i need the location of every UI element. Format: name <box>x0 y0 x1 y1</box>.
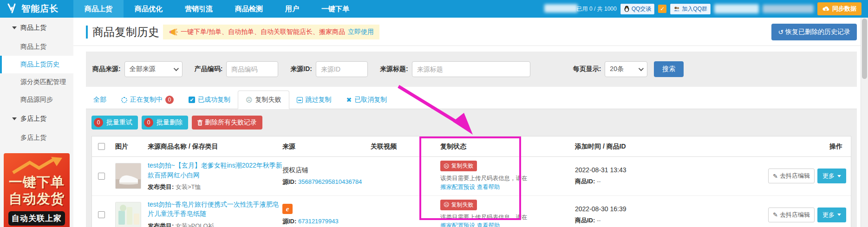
page-size-select[interactable]: 20条 <box>605 61 647 77</box>
retry-count-badge: 0 <box>94 118 103 127</box>
edit-label: 去抖店编辑 <box>780 172 810 180</box>
product-code-input[interactable] <box>226 61 278 77</box>
sad-face-icon: ☹ <box>444 201 450 208</box>
row-checkbox[interactable] <box>98 173 105 180</box>
source-id-link[interactable]: 673121979943 <box>298 218 339 225</box>
delete-all-failed-button[interactable]: 删除所有失败记录 <box>192 116 262 130</box>
promo-banner[interactable]: 一键下单 自动发货 自动关联上家 立即使用 <box>4 153 70 227</box>
filter-bar: 商品来源: 全部来源 产品编码: 来源ID: 来源标题: 每页显示: 20条 搜… <box>86 52 857 87</box>
source-select[interactable]: 全部来源 <box>124 61 183 77</box>
qq-group-badge[interactable]: 加入QQ群 <box>670 4 711 14</box>
sidebar-group-label: 商品上货 <box>20 24 46 32</box>
view-help-link[interactable]: 查看帮助 <box>476 222 500 227</box>
source-label: 商品来源: <box>92 65 121 73</box>
tab-label: 跳过复制 <box>306 96 332 104</box>
image-cell <box>115 198 148 227</box>
sidebar-item-upload-history[interactable]: 商品上货历史 <box>0 56 73 73</box>
tab-success[interactable]: ✔ 已成功复制 <box>181 91 238 109</box>
sidebar-group-goods-upload[interactable]: 商品上货 <box>0 18 73 38</box>
tab-cancelled[interactable]: ✖ 已取消复制 <box>339 91 395 109</box>
edit-in-douyin-button[interactable]: ✎ 去抖店编辑 <box>768 169 815 183</box>
redacted-blur <box>544 4 578 13</box>
restore-label: 恢复已删除的历史记录 <box>785 28 850 36</box>
migrate-config-link[interactable]: 搬家配置预设 <box>440 184 475 190</box>
source-title-input[interactable] <box>412 61 530 77</box>
restore-deleted-history-button[interactable]: ↺ 恢复已删除的历史记录 <box>771 24 857 40</box>
source-id-input[interactable] <box>316 61 368 77</box>
select-all-cell <box>92 139 115 154</box>
edit-label: 去抖店编辑 <box>780 211 810 219</box>
source-title-label: 来源标题: <box>380 65 408 73</box>
more-button[interactable]: 更多 <box>817 208 846 222</box>
nav-item-goods-optimize[interactable]: 商品优化 <box>124 0 174 18</box>
qq-chat-label: QQ交谈 <box>632 5 652 13</box>
product-id-line: 商品ID: -- <box>575 177 686 186</box>
delete-all-failed-label: 删除所有失败记录 <box>205 118 257 127</box>
caret-down-icon <box>837 175 841 177</box>
search-button[interactable]: 搜索 <box>654 61 684 77</box>
sidebar-item-category-mapping[interactable]: 源分类匹配管理 <box>0 73 73 91</box>
source-id-label: 源ID: <box>282 178 296 185</box>
header-related-video: 关联视频 <box>371 139 440 155</box>
promo-line2: 自动发货 <box>4 190 70 207</box>
copy-failed-badge[interactable]: ☹ 复制失败 <box>440 161 477 171</box>
tab-failed[interactable]: ☹ 复制失败 <box>238 91 289 109</box>
nav-item-one-click-order[interactable]: 一键下单 <box>310 0 360 18</box>
copy-failed-label: 复制失败 <box>451 201 474 209</box>
verified-check-icon: ✓ <box>658 5 666 13</box>
time-cell: 2022-08-31 13:43 商品ID: -- <box>575 162 691 189</box>
group-people-icon <box>673 6 680 12</box>
related-video-cell <box>371 172 440 180</box>
product-id-value: -- <box>597 178 601 185</box>
more-button[interactable]: 更多 <box>817 169 846 183</box>
copy-failed-badge[interactable]: ☹ 复制失败 <box>440 200 477 210</box>
product-title-link[interactable]: test勿拍~香皂片旅行便携式一次性洗手液肥皂片儿童洗手香皂纸随 <box>148 200 282 219</box>
tab-copying[interactable]: 正在复制中 0 <box>114 91 181 109</box>
filter-source: 商品来源: 全部来源 <box>92 61 183 77</box>
tab-skipped[interactable]: 跳过复制 <box>289 91 339 109</box>
qq-chat-badge[interactable]: QQ交谈 <box>620 4 655 14</box>
app-logo: 智能店长 <box>0 0 73 18</box>
nav-item-goods-check[interactable]: 商品检测 <box>224 0 274 18</box>
tab-all[interactable]: 全部 <box>86 91 114 109</box>
batch-retry-button[interactable]: 0 批量重试 <box>91 116 138 130</box>
title-cell: test勿拍~【玄月】老爹女鞋ins潮2022年秋季新款百搭网红小白网 发布类目… <box>148 157 282 195</box>
migrate-config-link[interactable]: 搬家配置预设 <box>440 222 475 227</box>
view-help-link[interactable]: 查看帮助 <box>476 184 500 190</box>
promo-line3: 自动关联上家 <box>8 211 65 226</box>
page-title: 商品复制历史 <box>86 26 159 39</box>
sidebar-item-multi-store-upload[interactable]: 多店上货 <box>0 129 73 147</box>
batch-delete-button[interactable]: 0 批量删除 <box>142 116 188 130</box>
status-message-text: 该类目需要上传尺码表信息，请在 <box>440 175 528 182</box>
sidebar-group-multi-store[interactable]: 多店上货 <box>0 109 73 129</box>
header-image: 图片 <box>115 139 148 155</box>
source-id-link[interactable]: 3568796295810436784 <box>298 178 362 185</box>
nav-item-user[interactable]: 用户 <box>274 0 310 18</box>
notice-use-now-link[interactable]: 立即使用 <box>348 28 374 36</box>
nav-item-goods-upload[interactable]: 商品上货 <box>73 0 124 18</box>
product-id-value: -- <box>597 217 601 224</box>
source-selected-value: 全部来源 <box>130 65 156 73</box>
filter-product-code: 产品编码: <box>195 61 279 77</box>
tab-label: 复制失败 <box>255 96 281 104</box>
scrollbar-thumb[interactable] <box>862 19 867 79</box>
source-id-label: 来源ID: <box>290 65 312 73</box>
qq-penguin-icon <box>624 6 630 12</box>
history-table: 图片 来源商品名称 / 保存类目 来源 关联视频 复制状态 添加时间 / 商品I… <box>91 136 851 227</box>
chevron-down-icon <box>639 66 644 71</box>
nav-item-marketing[interactable]: 营销引流 <box>174 0 224 18</box>
product-image[interactable] <box>115 202 141 227</box>
quota-usage-text: 已用 0 / 共 1000 <box>577 5 617 13</box>
sidebar-item-goods-upload[interactable]: 商品上货 <box>0 38 73 56</box>
product-image[interactable] <box>115 163 141 189</box>
sidebar-item-source-sync[interactable]: 商品源同步 <box>0 91 73 109</box>
actions-cell: ✎ 去抖店编辑 更多 <box>691 204 851 226</box>
chevron-down-icon <box>12 26 17 29</box>
rising-arrow-graphic <box>12 156 63 175</box>
sync-data-button[interactable]: 同步数据 <box>817 2 861 15</box>
x-icon: ✖ <box>346 97 352 103</box>
edit-in-douyin-button[interactable]: ✎ 去抖店编辑 <box>768 208 815 222</box>
select-all-checkbox[interactable] <box>98 143 105 150</box>
row-checkbox[interactable] <box>98 211 105 218</box>
product-title-link[interactable]: test勿拍~【玄月】老爹女鞋ins潮2022年秋季新款百搭网红小白网 <box>148 161 282 180</box>
